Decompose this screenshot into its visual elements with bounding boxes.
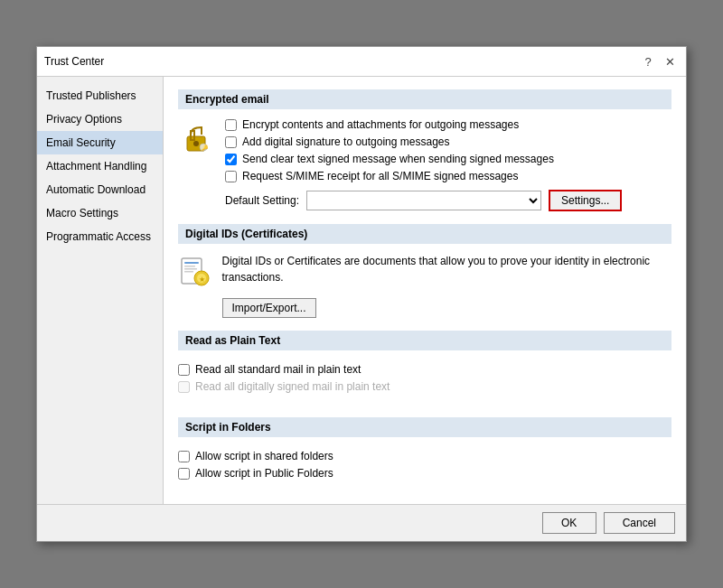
svg-text:★: ★ <box>199 275 205 284</box>
default-setting-label: Default Setting: <box>225 194 299 207</box>
read-signed-mail-checkbox[interactable] <box>178 381 190 393</box>
sidebar-item-attachment-handling[interactable]: Attachment Handling <box>37 154 163 178</box>
default-setting-row: Default Setting: Settings... <box>225 190 671 211</box>
digital-ids-body: ★ Digital IDs or Certificates are docume… <box>178 253 671 318</box>
allow-shared-folders-checkbox[interactable] <box>178 451 190 462</box>
checkbox-encrypt-row: Encrypt contents and attachments for out… <box>225 118 671 131</box>
close-button[interactable]: ✕ <box>661 52 679 70</box>
read-plain-text-header: Read as Plain Text <box>178 331 671 350</box>
dialog-body: Trusted Publishers Privacy Options Email… <box>37 77 686 504</box>
add-digital-signature-label: Add digital signature to outgoing messag… <box>242 135 449 148</box>
svg-rect-9 <box>184 271 193 273</box>
lock-icon-area: 🔑 <box>178 118 214 154</box>
dialog-title: Trust Center <box>44 55 104 68</box>
cancel-button[interactable]: Cancel <box>604 512 675 534</box>
read-standard-mail-label: Read all standard mail in plain text <box>195 363 361 376</box>
checkbox-send-clear-text-row: Send clear text signed message when send… <box>225 153 671 165</box>
digital-ids-content: Digital IDs or Certificates are document… <box>222 253 671 318</box>
encrypt-contents-label: Encrypt contents and attachments for out… <box>242 118 519 131</box>
checkbox-public-folders-row: Allow script in Public Folders <box>178 467 671 480</box>
read-signed-mail-label: Read all digitally signed mail in plain … <box>195 380 390 393</box>
svg-rect-8 <box>184 268 197 270</box>
script-in-folders-header: Script in Folders <box>178 417 671 437</box>
svg-text:🔑: 🔑 <box>202 145 209 152</box>
allow-public-folders-checkbox[interactable] <box>178 468 190 480</box>
sidebar-item-programmatic-access[interactable]: Programmatic Access <box>37 225 163 248</box>
main-content: Encrypted email 🔑 <box>164 77 686 504</box>
sidebar-item-automatic-download[interactable]: Automatic Download <box>37 178 163 201</box>
read-standard-mail-checkbox[interactable] <box>178 364 190 376</box>
encrypt-contents-checkbox[interactable] <box>225 119 237 131</box>
allow-shared-folders-label: Allow script in shared folders <box>195 450 333 462</box>
lock-icon: 🔑 <box>180 122 212 154</box>
trust-center-dialog: Trust Center ? ✕ Trusted Publishers Priv… <box>36 46 687 542</box>
checkbox-read-standard-row: Read all standard mail in plain text <box>178 363 671 376</box>
checkbox-request-smime-row: Request S/MIME receipt for all S/MIME si… <box>225 170 671 182</box>
sidebar-item-email-security[interactable]: Email Security <box>37 131 163 154</box>
send-clear-text-checkbox[interactable] <box>225 154 237 165</box>
certificate-icon: ★ <box>178 255 211 287</box>
import-export-button[interactable]: Import/Export... <box>222 298 316 318</box>
cert-icon-area: ★ <box>178 253 211 287</box>
sidebar-item-privacy-options[interactable]: Privacy Options <box>37 107 163 131</box>
default-setting-select[interactable] <box>306 191 541 210</box>
encrypted-email-header: Encrypted email <box>178 89 671 109</box>
encrypted-email-body: 🔑 Encrypt contents and attachments for o… <box>178 118 671 211</box>
add-digital-signature-checkbox[interactable] <box>225 136 237 148</box>
allow-public-folders-label: Allow script in Public Folders <box>195 467 333 480</box>
checkbox-shared-folders-row: Allow script in shared folders <box>178 450 671 462</box>
ok-button[interactable]: OK <box>542 512 596 534</box>
title-bar-controls: ? ✕ <box>639 52 679 70</box>
svg-point-2 <box>193 141 199 146</box>
digital-ids-description: Digital IDs or Certificates are document… <box>222 253 671 285</box>
title-bar-left: Trust Center <box>44 55 104 68</box>
request-smime-label: Request S/MIME receipt for all S/MIME si… <box>242 170 518 182</box>
request-smime-checkbox[interactable] <box>225 171 237 182</box>
sidebar: Trusted Publishers Privacy Options Email… <box>37 77 164 504</box>
svg-rect-7 <box>184 266 195 267</box>
send-clear-text-label: Send clear text signed message when send… <box>242 153 554 165</box>
checkbox-read-signed-row: Read all digitally signed mail in plain … <box>178 380 671 393</box>
checkbox-digital-sig-row: Add digital signature to outgoing messag… <box>225 135 671 148</box>
title-bar: Trust Center ? ✕ <box>37 47 686 77</box>
svg-rect-6 <box>184 262 199 264</box>
settings-button[interactable]: Settings... <box>549 190 622 211</box>
help-button[interactable]: ? <box>639 52 657 70</box>
script-folders-body: Allow script in shared folders Allow scr… <box>178 446 671 491</box>
sidebar-item-macro-settings[interactable]: Macro Settings <box>37 201 163 225</box>
sidebar-item-trusted-publishers[interactable]: Trusted Publishers <box>37 84 163 107</box>
dialog-footer: OK Cancel <box>37 504 686 541</box>
checkboxes-area: Encrypt contents and attachments for out… <box>225 118 671 211</box>
digital-ids-header: Digital IDs (Certificates) <box>178 224 671 244</box>
plain-text-body: Read all standard mail in plain text Rea… <box>178 359 671 405</box>
